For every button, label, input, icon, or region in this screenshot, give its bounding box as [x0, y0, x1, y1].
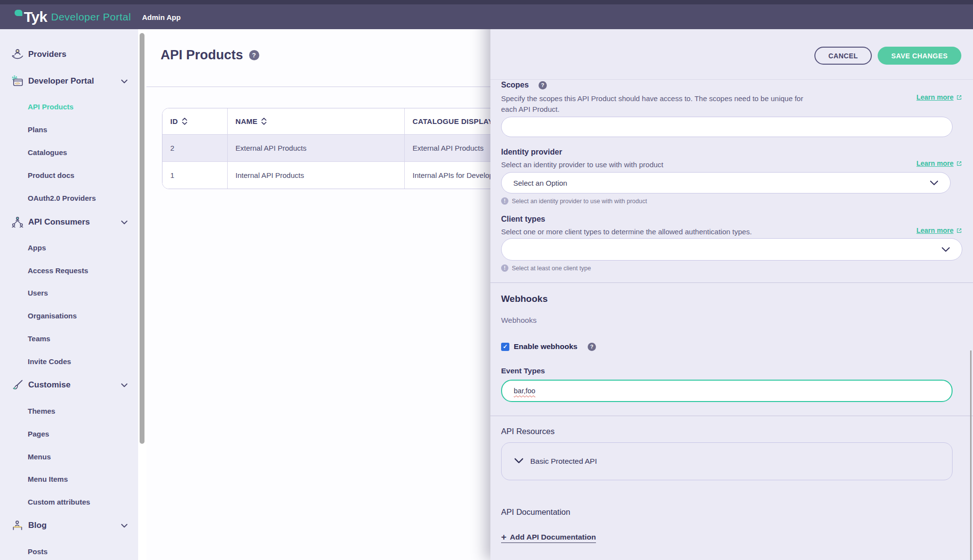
client-types-select[interactable]	[501, 238, 962, 261]
sidebar: Providers </> Developer Portal API Produ…	[0, 29, 138, 560]
cancel-button[interactable]: CANCEL	[814, 47, 872, 65]
identity-provider-select[interactable]: Select an Option	[501, 172, 951, 193]
developer-portal-icon: </>	[10, 73, 25, 89]
add-api-documentation-link[interactable]: + Add API Documentation	[501, 533, 596, 543]
blog-icon	[10, 518, 25, 533]
page-title: API Products	[161, 48, 243, 63]
sidebar-section-api-consumers[interactable]: API Consumers	[0, 215, 138, 229]
client-types-helper: Select at least one client type	[512, 265, 591, 272]
sidebar-item-menus[interactable]: Menus	[0, 449, 138, 464]
sidebar-section-developer-portal[interactable]: </> Developer Portal	[0, 74, 138, 88]
cell-id[interactable]: 1	[162, 162, 228, 189]
client-types-label: Client types	[501, 215, 545, 224]
sidebar-scrollbar-thumb[interactable]	[140, 33, 144, 444]
sidebar-section-label: Providers	[28, 50, 66, 59]
sort-icon	[182, 117, 187, 125]
learn-more-label: Learn more	[917, 159, 954, 167]
enable-webhooks-checkbox[interactable]: ✓	[501, 343, 509, 351]
api-documentation-heading: API Documentation	[501, 508, 962, 517]
column-header-label: NAME	[235, 117, 257, 125]
scopes-description: Specify the scopes this API Product shou…	[501, 93, 812, 115]
external-link-icon	[956, 160, 962, 167]
event-types-label: Event Types	[501, 367, 962, 375]
identity-provider-helper: Select an identity provider to use with …	[512, 198, 647, 205]
api-consumers-icon	[10, 214, 25, 230]
api-resource-name: Basic Protected API	[530, 457, 597, 466]
enable-webhooks-label: Enable webhooks	[514, 342, 577, 351]
webhooks-subheading: Webhooks	[501, 316, 962, 325]
sidebar-item-plans[interactable]: Plans	[0, 122, 138, 137]
sidebar-item-teams[interactable]: Teams	[0, 331, 138, 346]
external-link-icon	[956, 228, 962, 234]
sidebar-section-blog[interactable]: Blog	[0, 518, 138, 533]
sidebar-item-pages[interactable]: Pages	[0, 426, 138, 441]
sidebar-item-access-requests[interactable]: Access Requests	[0, 263, 138, 278]
scopes-learn-more-link[interactable]: Learn more	[917, 93, 962, 101]
chevron-down-icon	[514, 457, 523, 466]
topbar: Tyk Developer Portal Admin App	[0, 0, 973, 29]
panel-scrollbar-thumb[interactable]	[970, 350, 972, 560]
sidebar-item-posts[interactable]: Posts	[0, 544, 138, 559]
scopes-label: Scopes	[501, 81, 529, 89]
event-types-input[interactable]: bar,foo	[501, 380, 953, 402]
chevron-down-icon	[121, 218, 127, 227]
external-link-icon	[956, 94, 962, 101]
chevron-down-icon	[121, 381, 127, 389]
enable-webhooks-help-icon[interactable]: ?	[588, 343, 596, 351]
divider	[490, 282, 973, 283]
add-api-documentation-label: Add API Documentation	[510, 533, 596, 542]
tyk-logo[interactable]: Tyk	[15, 4, 47, 29]
sidebar-item-oauth-providers[interactable]: OAuth2.0 Providers	[0, 191, 138, 205]
identity-learn-more-link[interactable]: Learn more	[917, 159, 962, 167]
tyk-leaf-icon	[15, 10, 22, 16]
sort-icon	[261, 117, 267, 125]
info-icon: !	[501, 197, 508, 205]
divider	[490, 79, 973, 80]
cell-id[interactable]: 2	[162, 135, 228, 161]
sidebar-item-catalogues[interactable]: Catalogues	[0, 145, 138, 159]
sidebar-section-label: Developer Portal	[28, 76, 94, 86]
identity-provider-description: Select an identity provider to use with …	[501, 159, 664, 170]
client-types-description: Select one or more client types to deter…	[501, 227, 752, 237]
product-name: Developer Portal	[51, 11, 131, 23]
column-header-id[interactable]: ID	[162, 108, 228, 134]
app-name: Admin App	[142, 13, 180, 21]
identity-provider-label: Identity provider	[501, 148, 562, 157]
sidebar-item-product-docs[interactable]: Product docs	[0, 168, 138, 182]
identity-provider-selected-value: Select an Option	[513, 179, 567, 187]
scopes-help-icon[interactable]: ?	[539, 81, 547, 89]
app-root: Tyk Developer Portal Admin App Providers	[0, 0, 973, 560]
learn-more-label: Learn more	[917, 93, 954, 101]
cell-name[interactable]: External API Products	[228, 135, 405, 161]
customise-icon	[10, 377, 25, 393]
page-help-icon[interactable]: ?	[249, 50, 259, 60]
webhooks-heading: Webhooks	[501, 294, 962, 304]
sidebar-item-organisations[interactable]: Organisations	[0, 308, 138, 323]
sidebar-item-menu-items[interactable]: Menu Items	[0, 472, 138, 486]
api-resource-accordion[interactable]: Basic Protected API	[501, 442, 953, 480]
info-icon: !	[501, 264, 508, 272]
api-resources-heading: API Resources	[501, 427, 962, 436]
scopes-input[interactable]	[501, 117, 953, 137]
sidebar-item-custom-attributes[interactable]: Custom attributes	[0, 494, 138, 509]
sidebar-section-customise[interactable]: Customise	[0, 378, 138, 392]
sidebar-item-users[interactable]: Users	[0, 285, 138, 300]
chevron-down-icon	[941, 245, 950, 254]
sidebar-section-providers[interactable]: Providers	[0, 47, 138, 62]
sidebar-section-label: Blog	[28, 521, 47, 530]
tyk-logo-text: Tyk	[24, 9, 47, 25]
providers-icon	[10, 47, 25, 62]
event-types-value: bar,foo	[514, 387, 535, 395]
learn-more-label: Learn more	[917, 227, 954, 234]
svg-text:</>: </>	[15, 82, 20, 85]
chevron-down-icon	[930, 179, 938, 187]
client-types-learn-more-link[interactable]: Learn more	[917, 227, 962, 234]
column-header-name[interactable]: NAME	[228, 108, 405, 134]
sidebar-item-themes[interactable]: Themes	[0, 403, 138, 418]
sidebar-item-api-products[interactable]: API Products	[0, 99, 138, 114]
plus-icon: +	[501, 533, 506, 541]
cell-name[interactable]: Internal API Products	[228, 162, 405, 189]
save-changes-button[interactable]: SAVE CHANGES	[878, 47, 961, 65]
sidebar-item-invite-codes[interactable]: Invite Codes	[0, 354, 138, 368]
sidebar-item-apps[interactable]: Apps	[0, 240, 138, 255]
